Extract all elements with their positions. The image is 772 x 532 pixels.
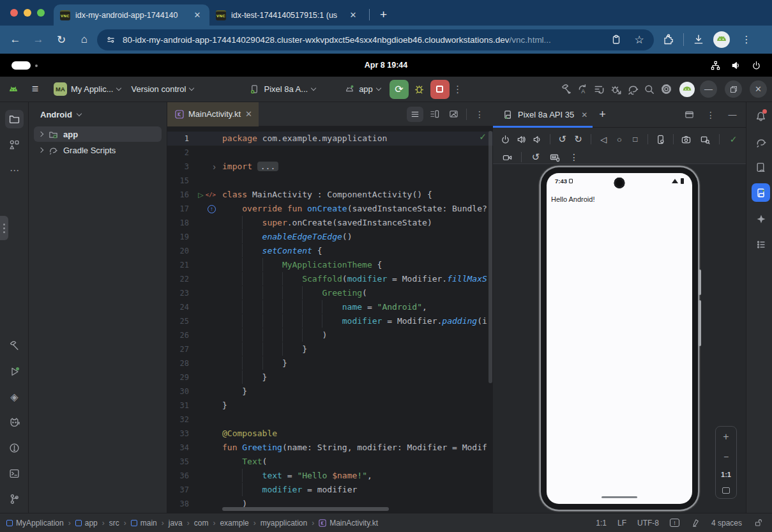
line-number[interactable]: 38 xyxy=(167,497,189,511)
code-line[interactable]: 18super.onCreate(savedInstanceState) xyxy=(167,216,493,230)
volume-up-icon[interactable] xyxy=(515,132,527,147)
zoom-in-button[interactable]: + xyxy=(723,431,729,443)
gutter[interactable] xyxy=(189,146,222,160)
line-number[interactable]: 25 xyxy=(167,314,189,328)
zoom-actual-button[interactable]: 1:1 xyxy=(721,471,731,478)
structure-list-icon[interactable] xyxy=(752,235,770,254)
screenshot-icon[interactable] xyxy=(445,107,462,122)
line-number[interactable]: 23 xyxy=(167,286,189,300)
code-line[interactable]: 36text = "Hello $name!", xyxy=(167,469,493,483)
more-tool-windows-icon[interactable]: ⋯ xyxy=(5,161,24,179)
emulator-screen[interactable]: 7:43 Hello Android! xyxy=(547,173,692,504)
gutter[interactable] xyxy=(189,244,222,258)
clipboard-icon[interactable] xyxy=(608,31,624,48)
indent-setting[interactable]: 4 spaces xyxy=(711,519,742,528)
line-number[interactable]: 31 xyxy=(167,399,189,413)
gutter[interactable] xyxy=(189,342,222,356)
gutter[interactable] xyxy=(189,469,222,483)
gutter[interactable] xyxy=(189,441,222,455)
resource-manager-icon[interactable] xyxy=(5,135,24,154)
run-icon[interactable] xyxy=(5,362,24,381)
breadcrumb-item[interactable]: com xyxy=(194,519,209,528)
bookmark-star-icon[interactable]: ☆ xyxy=(631,31,647,48)
device-selector[interactable]: Pixel 8a A... xyxy=(243,80,321,99)
more-kebab-icon[interactable]: ⋮ xyxy=(471,107,488,122)
home-icon[interactable]: ⌂ xyxy=(74,29,95,50)
restore-icon[interactable] xyxy=(725,80,742,98)
gutter[interactable] xyxy=(189,286,222,300)
code-line[interactable]: 3›import ... xyxy=(167,160,493,174)
code-line[interactable]: 16▷</>class MainActivity : ComponentActi… xyxy=(167,188,493,202)
tree-row-app[interactable]: app xyxy=(34,126,162,142)
breadcrumb-item[interactable]: MainActivity.kt xyxy=(319,519,378,528)
code-line[interactable]: 21MyApplicationTheme { xyxy=(167,258,493,272)
tab-close-icon[interactable]: ✕ xyxy=(192,10,203,21)
version-control-icon[interactable] xyxy=(5,490,24,508)
line-number[interactable]: 36 xyxy=(167,469,189,483)
device-manager-icon[interactable] xyxy=(752,158,770,177)
line-number[interactable]: 3 xyxy=(167,160,189,174)
app-quality-insights-icon[interactable]: ◈ xyxy=(5,388,24,406)
run-class-icon[interactable]: ▷ xyxy=(198,188,203,202)
compose-preview-icon[interactable]: </> xyxy=(206,188,216,202)
download-icon[interactable] xyxy=(690,31,707,48)
code-line[interactable]: 23Greeting( xyxy=(167,286,493,300)
activities-pill[interactable] xyxy=(11,61,31,70)
volume-down-icon[interactable] xyxy=(531,132,543,147)
gutter[interactable] xyxy=(189,258,222,272)
back-icon[interactable]: ← xyxy=(5,29,26,50)
stop-button[interactable] xyxy=(430,80,450,99)
caret-position[interactable]: 1:1 xyxy=(596,519,607,528)
gutter[interactable] xyxy=(189,483,222,497)
gutter[interactable] xyxy=(189,132,222,146)
project-folder-icon[interactable] xyxy=(5,110,24,128)
settings-icon[interactable] xyxy=(658,81,674,98)
gutter[interactable] xyxy=(189,455,222,469)
power-icon[interactable] xyxy=(499,132,511,147)
code-area[interactable]: 1package com.example.myapplication23›imp… xyxy=(167,126,493,513)
user-avatar[interactable] xyxy=(679,82,695,97)
mac-zoom-button[interactable] xyxy=(37,9,45,17)
mac-minimize-button[interactable] xyxy=(24,9,31,17)
line-number[interactable]: 15 xyxy=(167,174,189,188)
line-number[interactable]: 27 xyxy=(167,342,189,356)
browser-tab-2[interactable]: VNC idx-test-1744140517915:1 (us ✕ xyxy=(209,4,365,26)
gradle-sync-icon[interactable] xyxy=(624,81,641,98)
code-assist-icon[interactable]: A xyxy=(575,81,591,98)
line-number[interactable]: 18 xyxy=(167,216,189,230)
chevron-right-icon[interactable] xyxy=(38,148,43,153)
running-devices-icon[interactable] xyxy=(752,183,770,202)
line-number[interactable]: 30 xyxy=(167,384,189,399)
device-settings-icon[interactable] xyxy=(655,132,667,147)
profile-avatar[interactable] xyxy=(713,31,730,48)
address-bar[interactable]: 80-idx-my-android-app-1744140290428.clus… xyxy=(97,29,654,50)
build-hammer-icon[interactable] xyxy=(5,337,24,355)
line-number[interactable]: 29 xyxy=(167,370,189,384)
code-line[interactable]: 20setContent { xyxy=(167,244,493,258)
editor-horizontal-scrollbar[interactable] xyxy=(222,507,389,511)
line-number[interactable]: 19 xyxy=(167,230,189,244)
gutter[interactable] xyxy=(189,272,222,286)
overriding-method-icon[interactable]: ↑ xyxy=(208,205,216,213)
breadcrumb-item[interactable]: MyApplication xyxy=(6,519,64,528)
gutter[interactable] xyxy=(189,174,222,188)
gutter[interactable] xyxy=(189,384,222,399)
gutter[interactable] xyxy=(189,413,222,427)
system-tray[interactable] xyxy=(709,54,762,77)
site-info-icon[interactable] xyxy=(105,34,116,45)
line-number[interactable]: 20 xyxy=(167,244,189,258)
line-list-icon[interactable] xyxy=(407,107,423,122)
window-layout-icon[interactable] xyxy=(681,107,697,123)
add-device-tab-icon[interactable]: + xyxy=(599,108,606,121)
zoom-out-button[interactable]: − xyxy=(723,452,729,462)
line-number[interactable]: 26 xyxy=(167,328,189,342)
line-number[interactable]: 24 xyxy=(167,300,189,314)
code-line[interactable]: 26) xyxy=(167,328,493,342)
split-editor-icon[interactable] xyxy=(426,107,443,122)
fold-chevron-icon[interactable]: › xyxy=(213,160,216,174)
extensions-icon[interactable] xyxy=(660,31,677,48)
code-line[interactable]: 34fun Greeting(name: String, modifier: M… xyxy=(167,441,493,455)
line-number[interactable]: 16 xyxy=(167,188,189,202)
highlight-level-icon[interactable] xyxy=(690,518,700,528)
rotate-left-icon[interactable]: ↺ xyxy=(556,132,568,147)
